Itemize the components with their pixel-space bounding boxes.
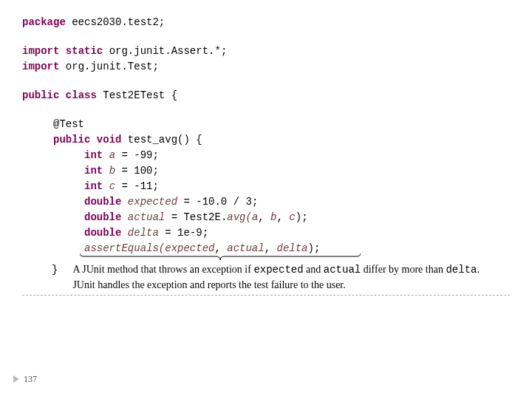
var-b: b (109, 165, 115, 177)
kw-static: static (66, 45, 103, 57)
note-tt1: expected (253, 264, 303, 276)
delta-rest: = 1e-9; (159, 227, 208, 239)
import2: org.junit.Test; (59, 61, 158, 72)
kw-class: class (66, 89, 97, 101)
arg-c: c (289, 211, 295, 223)
close-brace: } (22, 262, 72, 278)
kw-public2: public (53, 134, 90, 146)
import1: org.junit.Assert.*; (103, 45, 227, 57)
method-name: test_avg() { (121, 134, 202, 146)
kw-double2: double (84, 211, 121, 223)
var-expected: expected (128, 196, 177, 208)
kw-int-b: int (84, 165, 103, 177)
note-tt2: actual (324, 264, 361, 276)
class-name: Test2ETest { (97, 89, 177, 101)
method-body: @Test public void test_avg() { int a = -… (22, 117, 510, 256)
triangle-icon (13, 375, 19, 383)
note-p3: differ by more than (361, 264, 446, 275)
avg-call: avg( (227, 211, 252, 223)
a-rest: = -99; (115, 149, 159, 161)
actual-eq: = Test2E. (165, 211, 227, 223)
var-c: c (109, 180, 115, 192)
expected-rest: = -10.0 / 3; (177, 196, 258, 208)
var-actual: actual (128, 211, 165, 223)
kw-int-c: int (84, 180, 103, 192)
note-tt3: delta (446, 264, 477, 276)
note-p1: A JUnit method that throws an exception … (72, 264, 253, 275)
kw-void: void (97, 134, 122, 146)
c2: , (277, 211, 290, 223)
code-block: package eecs2030.test2; (22, 15, 510, 30)
kw-public: public (22, 89, 59, 101)
class-decl: public class Test2ETest { (22, 88, 510, 103)
annotation-row: } A JUnit method that throws an exceptio… (22, 262, 510, 292)
var-delta: delta (128, 227, 159, 239)
kw-package: package (22, 16, 66, 28)
kw-double3: double (84, 227, 121, 239)
annotation-text: A JUnit method that throws an exception … (72, 262, 510, 292)
kw-import: import (22, 45, 59, 57)
imports: import static org.junit.Assert.*; import… (22, 44, 510, 75)
page-number: 137 (24, 372, 37, 386)
note-p2: and (304, 264, 324, 275)
call-end: ); (296, 211, 308, 223)
kw-int-a: int (84, 149, 103, 161)
divider (22, 295, 510, 296)
var-a: a (109, 149, 115, 161)
at-test: @Test (53, 118, 84, 130)
b-rest: = 100; (115, 165, 159, 177)
arg-b: b (270, 211, 276, 223)
c1: , (258, 211, 270, 223)
package-name: eecs2030.test2; (66, 16, 165, 28)
kw-import2: import (22, 61, 59, 72)
c-rest: = -11; (115, 180, 159, 192)
brace-underline (80, 252, 361, 259)
kw-double1: double (84, 196, 121, 208)
footer: 137 (13, 372, 37, 386)
